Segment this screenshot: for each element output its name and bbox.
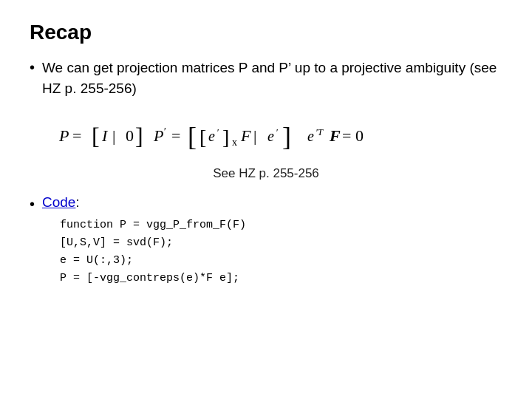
formula-svg: P = [ I | 0 ] P ′ = [ [ e ′ ] x F | [59, 115, 473, 160]
svg-text:I: I [101, 126, 109, 145]
page-container: Recap • We can get projection matrices P… [0, 0, 532, 320]
svg-text:x: x [232, 137, 237, 148]
bullet-row-2: • Code: function P = vgg_P_from_F(F) [U,… [30, 194, 502, 287]
svg-text:e: e [208, 128, 215, 144]
svg-text:0: 0 [126, 126, 134, 145]
svg-text:′T: ′T [316, 126, 324, 137]
svg-text:e: e [307, 128, 314, 144]
svg-text:=: = [72, 126, 81, 145]
svg-text:|: | [112, 126, 115, 145]
svg-text:F: F [329, 126, 341, 145]
svg-text:=: = [171, 126, 180, 145]
svg-text:′: ′ [216, 126, 219, 137]
code-link[interactable]: Code [42, 194, 75, 210]
code-line-1: function P = vgg_P_from_F(F) [60, 216, 246, 234]
svg-text:|: | [253, 126, 256, 145]
bullet-icon-1: • [30, 59, 35, 76]
svg-text:P: P [153, 126, 163, 145]
bullet-section-1: • We can get projection matrices P and P… [30, 58, 502, 98]
svg-text:′: ′ [163, 126, 166, 137]
svg-text:P: P [59, 126, 69, 145]
page-title: Recap [30, 21, 502, 44]
code-line-3: e = U(:,3); [60, 252, 246, 270]
bullet-section-2: • Code: function P = vgg_P_from_F(F) [U,… [30, 194, 502, 287]
svg-text:]: ] [222, 126, 229, 149]
svg-text:]: ] [135, 123, 143, 149]
formula-caption: See HZ p. 255-256 [30, 166, 502, 181]
bullet-row-1: • We can get projection matrices P and P… [30, 58, 502, 98]
colon-text: : [75, 195, 79, 210]
svg-text:[: [ [200, 126, 206, 149]
svg-text:]: ] [282, 122, 291, 151]
bullet-content-2: Code: function P = vgg_P_from_F(F) [U,S,… [42, 194, 246, 287]
bullet-icon-2: • [30, 196, 35, 213]
formula-area: P = [ I | 0 ] P ′ = [ [ e ′ ] x F | [30, 115, 502, 160]
svg-text:= 0: = 0 [342, 126, 364, 145]
svg-text:′: ′ [276, 126, 278, 137]
code-line-4: P = [-vgg_contreps(e)*F e]; [60, 270, 246, 287]
svg-text:e: e [267, 128, 274, 144]
code-line-2: [U,S,V] = svd(F); [60, 234, 246, 252]
code-block: function P = vgg_P_from_F(F) [U,S,V] = s… [60, 216, 246, 287]
bullet-text-1: We can get projection matrices P and P’ … [42, 58, 502, 98]
svg-text:F: F [240, 126, 251, 145]
svg-text:[: [ [92, 123, 100, 149]
svg-text:[: [ [188, 122, 197, 151]
